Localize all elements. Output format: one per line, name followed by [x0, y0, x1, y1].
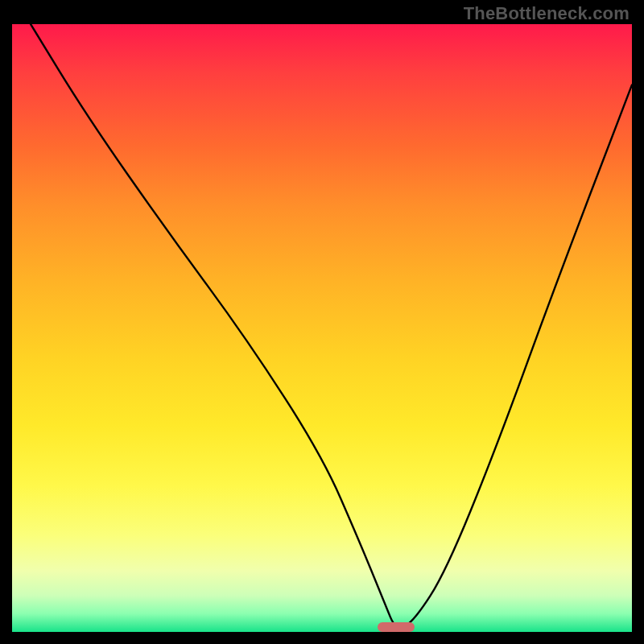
watermark-label: TheBottleneck.com	[464, 3, 630, 24]
optimal-marker	[378, 622, 415, 632]
bottleneck-curve	[12, 24, 632, 632]
curve-path	[31, 24, 632, 628]
plot-area	[12, 24, 632, 632]
chart-frame: TheBottleneck.com	[0, 0, 644, 644]
